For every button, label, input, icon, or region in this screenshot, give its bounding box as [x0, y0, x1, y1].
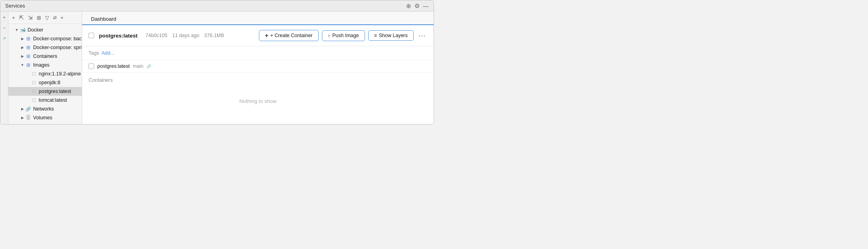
add2-button[interactable]: +	[59, 14, 65, 22]
images-icon: ⊞	[25, 62, 32, 68]
push-image-button[interactable]: ↑ Push Image	[322, 30, 365, 41]
title-bar-controls: ⊕ ⚙ —	[406, 2, 429, 10]
toggle-tomcat	[25, 97, 31, 103]
sidebar-toolbar: + ⇱ ⇲ ⊞ ▽ ⇄ +	[8, 12, 82, 24]
create-container-icon: +	[265, 32, 268, 39]
sidebar: + ⇱ ⇲ ⊞ ▽ ⇄ + ▼ 🐋 Docker ▶ ⊞ Doc	[8, 12, 82, 124]
filter-button[interactable]: ▽	[44, 14, 50, 22]
minimize-icon[interactable]: —	[423, 2, 429, 9]
strip-add-button[interactable]: +	[1, 14, 8, 21]
tags-add-button[interactable]: Add...	[101, 50, 114, 56]
collapse-all-button[interactable]: ⇱	[18, 14, 25, 22]
containers-section-label: Containers	[89, 77, 427, 83]
globe-icon[interactable]: ⊕	[406, 2, 411, 10]
docker-label: Docker	[28, 27, 43, 33]
networks-icon: 🔗	[25, 106, 32, 112]
image-checkbox[interactable]	[89, 33, 94, 38]
tags-label: Tags	[89, 50, 99, 56]
images-label: Images	[33, 62, 49, 68]
toggle-nginx	[25, 71, 31, 77]
push-image-label: Push Image	[332, 33, 359, 38]
tree-item-containers[interactable]: ▶ ⊞ Containers	[8, 52, 82, 61]
tree-item-nginx[interactable]: ☐ nginx:1.19.2-alpine	[8, 69, 82, 78]
tag-name: postgres:latest	[97, 63, 130, 69]
tags-section: Tags Add...	[82, 46, 434, 60]
tomcat-label: tomcat:latest	[39, 97, 67, 103]
settings-icon[interactable]: ⚙	[414, 2, 420, 10]
tree-item-volumes[interactable]: ▶ 🗄 Volumes	[8, 113, 82, 122]
left-strip: + − ↗	[0, 12, 8, 124]
compose-back-icon: ⊞	[25, 36, 32, 42]
image-name: postgres:latest	[99, 33, 138, 39]
toggle-networks: ▶	[20, 106, 25, 112]
sort-button[interactable]: ⇄	[52, 14, 58, 21]
more-actions-button[interactable]: ⋯	[417, 31, 427, 40]
tree-item-networks[interactable]: ▶ 🔗 Networks	[8, 105, 82, 113]
containers-icon: ⊞	[25, 53, 32, 59]
openjdk-label: openjdk:8	[39, 80, 60, 85]
toggle-openjdk	[25, 80, 31, 85]
tag-branch: main	[133, 63, 143, 69]
show-layers-icon: ≡	[374, 33, 377, 38]
tag-checkbox[interactable]	[89, 63, 94, 69]
tab-dashboard[interactable]: Dashboard	[87, 14, 120, 25]
image-hash: 74b0c105	[146, 33, 168, 38]
tomcat-icon: ☐	[31, 97, 37, 103]
strip-collapse-button[interactable]: −	[1, 24, 8, 32]
openjdk-icon: ☐	[31, 79, 37, 86]
image-size: 376.1MB	[204, 33, 224, 38]
tag-row: postgres:latest main ⬀	[82, 60, 434, 73]
volumes-label: Volumes	[33, 115, 52, 121]
nginx-icon: ☐	[31, 71, 37, 77]
networks-label: Networks	[33, 106, 54, 112]
toggle-volumes: ▶	[20, 115, 25, 121]
create-container-button[interactable]: + + Create Container	[259, 30, 318, 41]
toggle-images: ▼	[20, 62, 25, 68]
volumes-icon: 🗄	[25, 115, 32, 121]
title-bar: Services ⊕ ⚙ —	[0, 0, 434, 12]
toggle-compose-spring: ▶	[20, 45, 25, 50]
empty-state: Nothing to show	[89, 86, 427, 116]
compose-spring-icon: ⊞	[25, 44, 32, 51]
content-area: postgres:latest 74b0c105 11 days ago 376…	[82, 25, 434, 124]
push-image-icon: ↑	[328, 33, 331, 39]
postgres-icon: ☐	[31, 88, 37, 95]
image-actions: + + Create Container ↑ Push Image ≡ Show…	[259, 30, 427, 41]
window-title: Services	[5, 3, 25, 9]
tree-item-compose-spring[interactable]: ▶ ⊞ Docker-compose: springb	[8, 43, 82, 52]
nginx-label: nginx:1.19.2-alpine	[39, 71, 81, 77]
tree-item-compose-back[interactable]: ▶ ⊞ Docker-compose: back	[8, 34, 82, 43]
compose-back-label: Docker-compose: back	[33, 36, 82, 42]
containers-label: Containers	[33, 53, 57, 59]
toggle-containers: ▶	[20, 53, 25, 59]
main-area: + − ↗ + ⇱ ⇲ ⊞ ▽ ⇄ + ▼ 🐋 Docker	[0, 12, 434, 124]
grid-button[interactable]: ⊞	[36, 14, 42, 22]
tree-item-openjdk[interactable]: ☐ openjdk:8	[8, 78, 82, 87]
app-window: Services ⊕ ⚙ — + − ↗ + ⇱ ⇲ ⊞ ▽ ⇄ +	[0, 0, 434, 125]
sidebar-tree: ▼ 🐋 Docker ▶ ⊞ Docker-compose: back ▶ ⊞ …	[8, 24, 82, 124]
show-layers-label: Show Layers	[379, 33, 408, 38]
docker-icon: 🐋	[20, 27, 26, 33]
toggle-docker: ▼	[14, 27, 20, 33]
tree-item-images[interactable]: ▼ ⊞ Images	[8, 61, 82, 69]
toggle-compose-back: ▶	[20, 36, 25, 42]
toggle-postgres	[25, 89, 31, 94]
add-button[interactable]: +	[11, 14, 16, 22]
strip-expand-button[interactable]: ↗	[1, 35, 8, 42]
right-panel: Dashboard postgres:latest 74b0c105 11 da…	[82, 12, 434, 124]
tree-item-postgres[interactable]: ☐ postgres:latest	[8, 87, 82, 96]
expand-all-button[interactable]: ⇲	[27, 14, 34, 22]
image-age: 11 days ago	[172, 33, 199, 38]
postgres-label: postgres:latest	[39, 89, 71, 94]
containers-section: Containers Nothing to show	[82, 73, 434, 119]
image-header-row: postgres:latest 74b0c105 11 days ago 376…	[82, 25, 434, 46]
compose-spring-label: Docker-compose: springb	[33, 45, 82, 50]
show-layers-button[interactable]: ≡ Show Layers	[368, 30, 414, 41]
tree-item-tomcat[interactable]: ☐ tomcat:latest	[8, 96, 82, 105]
tag-arrow-icon: ⬀	[146, 63, 152, 70]
create-container-label: + Create Container	[270, 33, 313, 38]
tree-item-docker[interactable]: ▼ 🐋 Docker	[8, 26, 82, 34]
tab-bar: Dashboard	[82, 12, 434, 25]
